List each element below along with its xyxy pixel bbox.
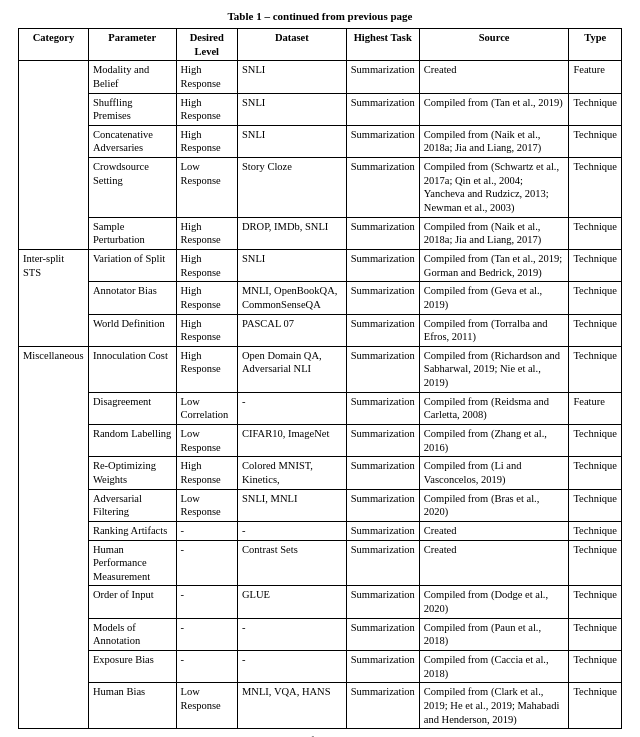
cell-parameter: Concatenative Adversaries	[88, 125, 176, 157]
cell-type: Technique	[569, 346, 622, 392]
cell-source: Compiled from (Clark et al., 2019; He et…	[419, 683, 569, 729]
cell-source: Compiled from (Naik et al., 2018a; Jia a…	[419, 125, 569, 157]
cell-highest-task: Summarization	[346, 93, 419, 125]
cell-type: Feature	[569, 392, 622, 424]
cell-source: Compiled from (Schwartz et al., 2017a; Q…	[419, 158, 569, 218]
table-row: Exposure Bias--SummarizationCompiled fro…	[19, 650, 622, 682]
cell-type: Technique	[569, 217, 622, 249]
cell-type: Technique	[569, 521, 622, 540]
header-source: Source	[419, 29, 569, 61]
cell-highest-task: Summarization	[346, 249, 419, 281]
cell-source: Compiled from (Torralba and Efros, 2011)	[419, 314, 569, 346]
cell-type: Technique	[569, 586, 622, 618]
main-table: Category Parameter Desired Level Dataset…	[18, 28, 622, 729]
cell-parameter: Modality and Belief	[88, 61, 176, 93]
table-row: Adversarial FilteringLow ResponseSNLI, M…	[19, 489, 622, 521]
cell-desired-level: High Response	[176, 314, 237, 346]
cell-desired-level: High Response	[176, 125, 237, 157]
cell-highest-task: Summarization	[346, 282, 419, 314]
cell-type: Technique	[569, 282, 622, 314]
cell-highest-task: Summarization	[346, 683, 419, 729]
cell-parameter: Human Bias	[88, 683, 176, 729]
table-row: Re-Optimizing WeightsHigh ResponseColore…	[19, 457, 622, 489]
table-row: Human Performance Measurement-Contrast S…	[19, 540, 622, 586]
cell-highest-task: Summarization	[346, 392, 419, 424]
cell-highest-task: Summarization	[346, 346, 419, 392]
cell-type: Technique	[569, 249, 622, 281]
table-row: Crowdsource SettingLow ResponseStory Clo…	[19, 158, 622, 218]
cell-dataset: DROP, IMDb, SNLI	[238, 217, 347, 249]
cell-parameter: Human Performance Measurement	[88, 540, 176, 586]
cell-parameter: Innoculation Cost	[88, 346, 176, 392]
cell-type: Technique	[569, 158, 622, 218]
cell-type: Technique	[569, 618, 622, 650]
cell-type: Technique	[569, 314, 622, 346]
cell-source: Compiled from (Zhang et al., 2016)	[419, 425, 569, 457]
cell-dataset: -	[238, 650, 347, 682]
table-row: Human BiasLow ResponseMNLI, VQA, HANSSum…	[19, 683, 622, 729]
table-row: Shuffling PremisesHigh ResponseSNLISumma…	[19, 93, 622, 125]
cell-desired-level: Low Response	[176, 683, 237, 729]
cell-desired-level: High Response	[176, 457, 237, 489]
cell-source: Compiled from (Naik et al., 2018a; Jia a…	[419, 217, 569, 249]
cell-source: Compiled from (Li and Vasconcelos, 2019)	[419, 457, 569, 489]
cell-highest-task: Summarization	[346, 314, 419, 346]
table-row: Concatenative AdversariesHigh ResponseSN…	[19, 125, 622, 157]
page-container: Table 1 – continued from previous page C…	[0, 0, 640, 737]
cell-dataset: CIFAR10, ImageNet	[238, 425, 347, 457]
cell-source: Compiled from (Tan et al., 2019)	[419, 93, 569, 125]
cell-highest-task: Summarization	[346, 61, 419, 93]
cell-highest-task: Summarization	[346, 457, 419, 489]
cell-type: Technique	[569, 683, 622, 729]
cell-dataset: SNLI	[238, 125, 347, 157]
cell-highest-task: Summarization	[346, 158, 419, 218]
cell-source: Compiled from (Geva et al., 2019)	[419, 282, 569, 314]
cell-source: Compiled from (Paun et al., 2018)	[419, 618, 569, 650]
cell-dataset: Story Cloze	[238, 158, 347, 218]
cell-desired-level: -	[176, 521, 237, 540]
table-row: DisagreementLow Correlation-Summarizatio…	[19, 392, 622, 424]
cell-source: Compiled from (Reidsma and Carletta, 200…	[419, 392, 569, 424]
table-row: MiscellaneousInnoculation CostHigh Respo…	[19, 346, 622, 392]
cell-highest-task: Summarization	[346, 650, 419, 682]
cell-dataset: Contrast Sets	[238, 540, 347, 586]
cell-parameter: Re-Optimizing Weights	[88, 457, 176, 489]
cell-dataset: SNLI	[238, 61, 347, 93]
cell-desired-level: -	[176, 618, 237, 650]
cell-parameter: Annotator Bias	[88, 282, 176, 314]
cell-highest-task: Summarization	[346, 586, 419, 618]
cell-highest-task: Summarization	[346, 540, 419, 586]
cell-desired-level: High Response	[176, 282, 237, 314]
table-title: Table 1 – continued from previous page	[18, 10, 622, 22]
cell-dataset: MNLI, VQA, HANS	[238, 683, 347, 729]
cell-dataset: -	[238, 618, 347, 650]
cell-dataset: SNLI, MNLI	[238, 489, 347, 521]
cell-category: Miscellaneous	[19, 346, 89, 728]
table-row: Annotator BiasHigh ResponseMNLI, OpenBoo…	[19, 282, 622, 314]
table-row: Modality and BeliefHigh ResponseSNLISumm…	[19, 61, 622, 93]
table-row: Ranking Artifacts--SummarizationCreatedT…	[19, 521, 622, 540]
cell-desired-level: High Response	[176, 93, 237, 125]
cell-dataset: -	[238, 392, 347, 424]
table-row: Inter-split STSVariation of SplitHigh Re…	[19, 249, 622, 281]
cell-parameter: Random Labelling	[88, 425, 176, 457]
cell-dataset: PASCAL 07	[238, 314, 347, 346]
table-row: Sample PerturbationHigh ResponseDROP, IM…	[19, 217, 622, 249]
cell-parameter: Order of Input	[88, 586, 176, 618]
cell-source: Created	[419, 61, 569, 93]
cell-desired-level: Low Response	[176, 489, 237, 521]
cell-highest-task: Summarization	[346, 425, 419, 457]
table-row: Order of Input-GLUESummarizationCompiled…	[19, 586, 622, 618]
cell-type: Feature	[569, 61, 622, 93]
cell-source: Compiled from (Caccia et al., 2018)	[419, 650, 569, 682]
cell-parameter: Models of Annotation	[88, 618, 176, 650]
cell-highest-task: Summarization	[346, 618, 419, 650]
cell-desired-level: -	[176, 650, 237, 682]
cell-highest-task: Summarization	[346, 125, 419, 157]
cell-parameter: Crowdsource Setting	[88, 158, 176, 218]
cell-dataset: MNLI, OpenBookQA, CommonSenseQA	[238, 282, 347, 314]
cell-type: Technique	[569, 540, 622, 586]
cell-parameter: Shuffling Premises	[88, 93, 176, 125]
cell-type: Technique	[569, 125, 622, 157]
cell-highest-task: Summarization	[346, 521, 419, 540]
